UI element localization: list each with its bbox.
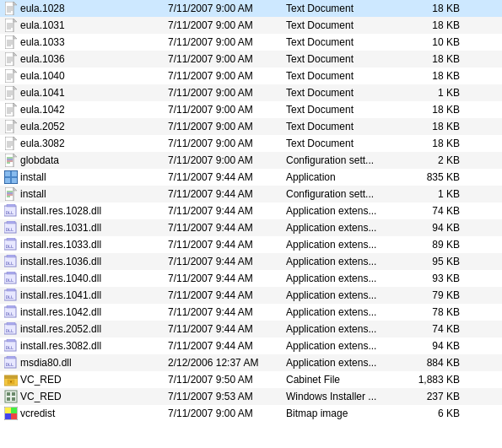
file-type: Windows Installer ... <box>286 391 408 402</box>
file-type: Text Document <box>286 87 408 99</box>
svg-text:DLL: DLL <box>6 278 13 283</box>
file-name: install.res.1036.dll <box>20 256 168 267</box>
table-row[interactable]: DLL install.res.3082.dll7/11/2007 9:44 A… <box>0 337 502 354</box>
table-row[interactable]: DLL install.res.1036.dll7/11/2007 9:44 A… <box>0 253 502 270</box>
dll-icon: DLL <box>3 254 19 269</box>
file-type: Text Document <box>286 19 408 31</box>
table-row[interactable]: DLL install.res.1041.dll7/11/2007 9:44 A… <box>0 287 502 304</box>
svg-marker-23 <box>13 52 17 56</box>
text-document-icon <box>3 18 19 33</box>
table-row[interactable]: install7/11/2007 9:44 AMConfiguration se… <box>0 186 502 202</box>
file-name: install <box>20 188 168 200</box>
file-size: 78 KB <box>408 306 463 318</box>
svg-text:DLL: DLL <box>6 244 13 249</box>
file-date: 7/11/2007 9:44 AM <box>168 239 286 251</box>
svg-rect-84 <box>7 221 15 224</box>
file-size: 1 KB <box>408 87 463 99</box>
file-date: 7/11/2007 9:44 AM <box>168 256 286 267</box>
table-row[interactable]: DLL msdia80.dll2/12/2006 12:37 AMApplica… <box>0 354 502 371</box>
file-type: Text Document <box>286 70 408 82</box>
file-name: install.res.2052.dll <box>20 323 168 335</box>
svg-rect-72 <box>5 178 10 183</box>
svg-marker-16 <box>13 35 17 39</box>
file-date: 7/11/2007 9:44 AM <box>168 306 286 318</box>
table-row[interactable]: eula.10407/11/2007 9:00 AMText Document1… <box>0 67 502 84</box>
file-list: eula.10287/11/2007 9:00 AMText Document1… <box>0 0 502 422</box>
dll-icon: DLL <box>3 220 19 235</box>
table-row[interactable]: DLL install.res.1028.dll7/11/2007 9:44 A… <box>0 202 502 219</box>
svg-rect-111 <box>4 375 18 379</box>
svg-rect-115 <box>7 392 10 396</box>
table-row[interactable]: VC_RED7/11/2007 9:53 AMWindows Installer… <box>0 388 502 405</box>
file-name: eula.2052 <box>20 121 168 132</box>
file-size: 6 KB <box>408 408 463 419</box>
svg-rect-96 <box>7 289 15 291</box>
file-type: Bitmap image <box>286 408 408 419</box>
file-date: 7/11/2007 9:00 AM <box>168 121 286 132</box>
file-name: eula.1042 <box>20 104 168 116</box>
file-type: Application extens... <box>286 306 408 318</box>
file-date: 7/11/2007 9:44 AM <box>168 323 286 335</box>
file-name: VC_RED <box>20 374 168 386</box>
svg-rect-99 <box>7 305 15 308</box>
table-row[interactable]: eula.10417/11/2007 9:00 AMText Document1… <box>0 84 502 101</box>
file-name: vcredist <box>20 408 168 419</box>
file-type: Text Document <box>286 53 408 65</box>
file-type: Text Document <box>286 138 408 149</box>
file-size: 237 KB <box>408 391 463 402</box>
svg-rect-123 <box>11 413 17 419</box>
file-type: Text Document <box>286 36 408 48</box>
table-row[interactable]: globdata7/11/2007 9:00 AMConfiguration s… <box>0 152 502 169</box>
file-name: install.res.1031.dll <box>20 222 168 234</box>
file-date: 7/11/2007 9:00 AM <box>168 138 286 149</box>
dll-icon: DLL <box>3 355 19 370</box>
dll-icon: DLL <box>3 271 19 286</box>
svg-rect-122 <box>5 413 11 419</box>
svg-rect-70 <box>5 171 10 176</box>
file-date: 7/11/2007 9:44 AM <box>168 340 286 352</box>
file-type: Text Document <box>286 104 408 116</box>
table-row[interactable]: DLL install.res.2052.dll7/11/2007 9:44 A… <box>0 321 502 337</box>
table-row[interactable]: eula.20527/11/2007 9:00 AMText Document1… <box>0 118 502 135</box>
file-size: 18 KB <box>408 138 463 149</box>
table-row[interactable]: install7/11/2007 9:44 AMApplication835 K… <box>0 169 502 186</box>
dll-icon: DLL <box>3 203 19 219</box>
svg-rect-93 <box>7 272 15 274</box>
file-size: 74 KB <box>408 205 463 217</box>
svg-marker-2 <box>13 2 17 5</box>
svg-rect-105 <box>7 339 15 342</box>
cabinet-icon <box>3 372 19 387</box>
file-date: 7/11/2007 9:00 AM <box>168 408 286 419</box>
file-date: 7/11/2007 9:44 AM <box>168 188 286 200</box>
file-name: install.res.1041.dll <box>20 289 168 301</box>
file-name: globdata <box>20 154 168 166</box>
svg-text:DLL: DLL <box>6 210 13 215</box>
table-row[interactable]: eula.10287/11/2007 9:00 AMText Document1… <box>0 0 502 17</box>
table-row[interactable]: eula.10367/11/2007 9:00 AMText Document1… <box>0 51 502 67</box>
file-date: 7/11/2007 9:00 AM <box>168 19 286 31</box>
text-document-icon <box>3 119 19 134</box>
table-row[interactable]: eula.10317/11/2007 9:00 AMText Document1… <box>0 17 502 34</box>
table-row[interactable]: eula.10337/11/2007 9:00 AMText Document1… <box>0 34 502 51</box>
table-row[interactable]: DLL install.res.1042.dll7/11/2007 9:44 A… <box>0 304 502 321</box>
file-date: 7/11/2007 9:00 AM <box>168 154 286 166</box>
table-row[interactable]: vcredist7/11/2007 9:00 AMBitmap image6 K… <box>0 405 502 422</box>
file-size: 18 KB <box>408 121 463 132</box>
file-date: 7/11/2007 9:44 AM <box>168 273 286 284</box>
file-date: 7/11/2007 9:00 AM <box>168 70 286 82</box>
svg-marker-51 <box>13 120 17 123</box>
table-row[interactable]: VC_RED7/11/2007 9:50 AMCabinet File1,883… <box>0 371 502 388</box>
file-type: Application extens... <box>286 289 408 301</box>
file-name: eula.1028 <box>20 3 168 14</box>
table-row[interactable]: DLL install.res.1031.dll7/11/2007 9:44 A… <box>0 219 502 236</box>
dll-icon: DLL <box>3 321 19 337</box>
table-row[interactable]: DLL install.res.1040.dll7/11/2007 9:44 A… <box>0 270 502 287</box>
table-row[interactable]: eula.30827/11/2007 9:00 AMText Document1… <box>0 135 502 152</box>
table-row[interactable]: eula.10427/11/2007 9:00 AMText Document1… <box>0 101 502 118</box>
file-name: eula.1040 <box>20 70 168 82</box>
file-size: 95 KB <box>408 256 463 267</box>
file-name: install.res.1028.dll <box>20 205 168 217</box>
file-type: Application extens... <box>286 357 408 369</box>
table-row[interactable]: DLL install.res.1033.dll7/11/2007 9:44 A… <box>0 236 502 253</box>
svg-rect-63 <box>5 154 13 167</box>
